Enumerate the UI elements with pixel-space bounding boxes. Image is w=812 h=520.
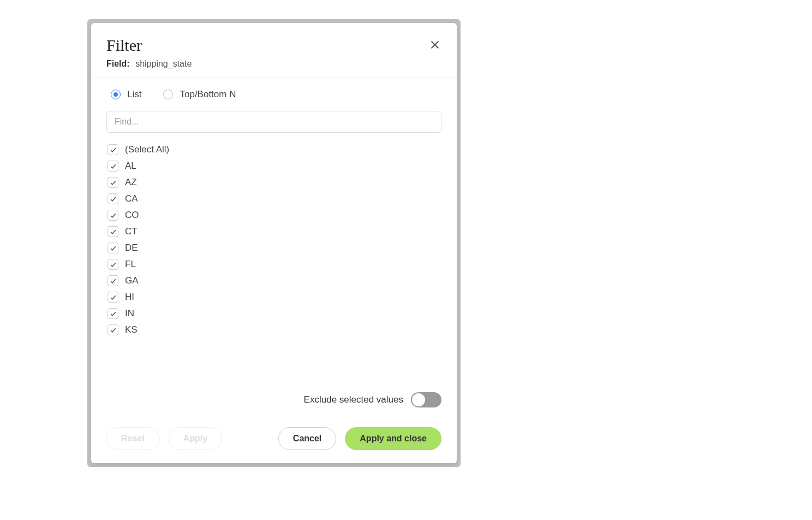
- radio-icon: [111, 90, 121, 99]
- modal-body: List Top/Bottom N (Select All)ALAZCACOCT…: [91, 78, 457, 418]
- checkbox-label: CT: [125, 226, 138, 237]
- field-row: Field: shipping_state: [106, 59, 441, 69]
- reset-button[interactable]: Reset: [106, 427, 160, 450]
- toggle-knob-icon: [412, 393, 425, 406]
- checkbox-item[interactable]: AL: [108, 158, 441, 174]
- radio-label: Top/Bottom N: [180, 89, 236, 100]
- checkbox-icon: [108, 308, 118, 319]
- checkbox-label: HI: [125, 292, 134, 303]
- exclude-row: Exclude selected values: [106, 383, 441, 418]
- filter-mode-radio-group: List Top/Bottom N: [106, 89, 441, 100]
- modal-footer: Reset Apply Cancel Apply and close: [91, 418, 457, 463]
- checkbox-item[interactable]: FL: [108, 256, 441, 273]
- search-input[interactable]: [106, 111, 441, 133]
- radio-option-list[interactable]: List: [111, 89, 141, 100]
- checkbox-item[interactable]: HI: [108, 289, 441, 305]
- checkbox-icon: [108, 292, 118, 303]
- checkbox-list[interactable]: (Select All)ALAZCACOCTDEFLGAHIINKS: [106, 141, 441, 383]
- exclude-label: Exclude selected values: [304, 394, 403, 405]
- checkbox-label: GA: [125, 275, 139, 286]
- filter-modal: Filter Field: shipping_state List: [91, 23, 457, 463]
- checkbox-item[interactable]: CT: [108, 223, 441, 240]
- checkbox-label: AZ: [125, 177, 137, 188]
- checkbox-icon: [108, 259, 118, 270]
- cancel-button[interactable]: Cancel: [278, 427, 336, 450]
- radio-icon: [163, 90, 173, 99]
- modal-header: Filter Field: shipping_state: [91, 23, 457, 78]
- checkbox-item[interactable]: DE: [108, 240, 441, 256]
- checkbox-item[interactable]: GA: [108, 273, 441, 289]
- field-label: Field:: [106, 59, 130, 68]
- checkbox-icon: [108, 243, 118, 253]
- apply-close-button[interactable]: Apply and close: [345, 427, 441, 450]
- modal-backdrop: Filter Field: shipping_state List: [87, 19, 461, 467]
- checkbox-icon: [108, 193, 118, 204]
- checkbox-item[interactable]: CA: [108, 191, 441, 207]
- checkbox-icon: [108, 161, 118, 172]
- field-value: shipping_state: [135, 59, 192, 68]
- checkbox-label: CO: [125, 210, 139, 221]
- checkbox-icon: [108, 324, 118, 335]
- radio-option-topbottom[interactable]: Top/Bottom N: [163, 89, 236, 100]
- checkbox-item[interactable]: IN: [108, 305, 441, 322]
- radio-label: List: [127, 89, 141, 100]
- modal-title: Filter: [106, 36, 441, 55]
- checkbox-item[interactable]: CO: [108, 207, 441, 223]
- radio-dot-icon: [114, 92, 118, 97]
- checkbox-icon: [108, 177, 118, 188]
- checkbox-label: (Select All): [125, 144, 169, 155]
- apply-button[interactable]: Apply: [169, 427, 222, 450]
- close-icon: [429, 39, 440, 50]
- checkbox-item[interactable]: AZ: [108, 174, 441, 191]
- checkbox-item[interactable]: (Select All): [108, 141, 441, 158]
- checkbox-label: CA: [125, 193, 138, 204]
- checkbox-label: AL: [125, 161, 136, 172]
- checkbox-icon: [108, 226, 118, 237]
- checkbox-label: DE: [125, 243, 138, 253]
- exclude-toggle[interactable]: [411, 392, 441, 407]
- checkbox-label: FL: [125, 259, 136, 270]
- close-button[interactable]: [426, 36, 444, 54]
- checkbox-label: IN: [125, 308, 134, 319]
- checkbox-item[interactable]: KS: [108, 322, 441, 338]
- checkbox-icon: [108, 275, 118, 286]
- checkbox-icon: [108, 144, 118, 155]
- checkbox-label: KS: [125, 324, 138, 335]
- checkbox-icon: [108, 210, 118, 221]
